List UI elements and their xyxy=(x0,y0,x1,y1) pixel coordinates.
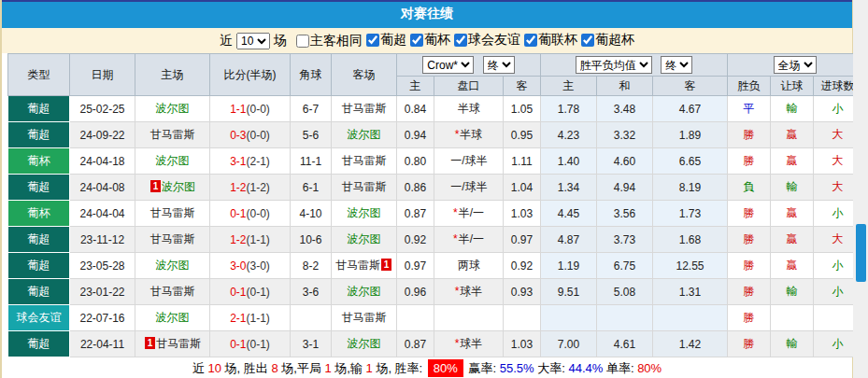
summary-text: 10 xyxy=(207,361,221,375)
half-time-score: (1-1) xyxy=(247,312,270,325)
half-time-score: (0-1) xyxy=(247,286,270,299)
avg-away-odds-cell: 6.65 xyxy=(653,148,728,175)
handicap-cell: *球半 xyxy=(434,279,504,305)
date-cell: 22-07-16 xyxy=(70,305,135,331)
league-filter[interactable]: 葡杯 xyxy=(410,32,450,49)
table-row: 葡超 25-02-25 波尔图 1-1(0-0) 6-7 甘马雷斯 0.84 半… xyxy=(8,96,862,122)
league-checkbox[interactable] xyxy=(524,34,537,47)
avg-time-select[interactable]: 终 xyxy=(661,56,692,74)
home-team: 波尔图 xyxy=(162,180,195,193)
summary-text: 大率: xyxy=(534,361,569,375)
date-cell: 24-09-22 xyxy=(70,122,135,148)
table-row: 葡杯 24-04-18 波尔图 3-1(2-1) 11-1 甘马雷斯 0.80 … xyxy=(8,148,862,175)
league-checkbox[interactable] xyxy=(454,34,467,47)
league-cell: 葡超 xyxy=(8,122,70,148)
away-team: 甘马雷斯 xyxy=(342,102,387,115)
score-cell: 3-1(2-1) xyxy=(210,148,291,175)
avg-draw-odds-cell: 4.61 xyxy=(597,331,653,357)
handicap-star: * xyxy=(455,285,460,298)
avg-draw-odds-cell: 6.75 xyxy=(597,253,653,279)
table-body: 葡超 25-02-25 波尔图 1-1(0-0) 6-7 甘马雷斯 0.84 半… xyxy=(8,96,862,357)
away-team: 波尔图 xyxy=(348,337,381,350)
full-time-score: 0-1 xyxy=(230,286,246,299)
summary-text: 场,平局 xyxy=(278,361,325,375)
win-rate-badge: 80% xyxy=(428,359,463,377)
ah-away-odds-cell: 0.93 xyxy=(504,279,541,305)
page-root: 对赛往绩 近 10 场 主客相同 葡超葡杯球会友谊葡联杯葡超杯 xyxy=(0,0,868,378)
league-filter[interactable]: 葡联杯 xyxy=(524,32,577,49)
home-team: 波尔图 xyxy=(156,102,190,115)
ah-away-odds-cell: 1.03 xyxy=(504,331,541,357)
sub-header-ah-home: 主 xyxy=(397,77,434,96)
corner-cell: 3-6 xyxy=(291,279,332,305)
away-team-cell: 波尔图 xyxy=(332,279,397,305)
handicap-line: 半/一 xyxy=(459,232,484,245)
league-filter[interactable]: 葡超杯 xyxy=(581,32,634,49)
sub-header-handicap-result: 让球 xyxy=(771,77,814,96)
home-team: 甘马雷斯 xyxy=(150,232,195,245)
league-checkbox[interactable] xyxy=(410,34,423,47)
recent-count-select[interactable]: 10 xyxy=(236,33,270,49)
home-team: 甘马雷斯 xyxy=(156,337,201,350)
home-team: 甘马雷斯 xyxy=(150,128,195,141)
home-team-cell: 波尔图 xyxy=(135,305,210,331)
col-header-score: 比分(半场) xyxy=(210,54,291,96)
full-time-score: 3-1 xyxy=(230,155,246,168)
bookmaker-select[interactable]: Crow* xyxy=(422,56,474,74)
full-time-score: 3-0 xyxy=(230,259,246,273)
handicap-time-select[interactable]: 终 xyxy=(483,56,515,74)
same-venue-filter[interactable]: 主客相同 xyxy=(296,33,363,49)
same-venue-checkbox[interactable] xyxy=(296,35,309,48)
home-team: 波尔图 xyxy=(156,259,190,272)
table-row: 葡杯 24-04-04 甘马雷斯 0-1(0-0) 4-10 波尔图 0.87 … xyxy=(8,201,862,227)
avg-odds-select[interactable]: 胜平负均值 xyxy=(576,56,652,74)
league-cell: 葡超 xyxy=(8,279,70,305)
summary-text: 赢率: xyxy=(465,361,500,375)
home-team-cell: 波尔图 xyxy=(135,148,210,175)
ah-home-odds-cell: 0.87 xyxy=(397,331,434,357)
scope-select[interactable]: 全场 xyxy=(774,56,817,74)
table-row: 葡超 22-04-11 1甘马雷斯 0-1(0-1) 3-1 波尔图 0.87 … xyxy=(8,331,862,357)
summary-text: 44.4% xyxy=(568,361,603,375)
home-team: 波尔图 xyxy=(156,311,190,324)
red-card-badge: 1 xyxy=(145,337,155,349)
league-filter[interactable]: 葡超 xyxy=(366,32,406,49)
scrollbar-thumb[interactable] xyxy=(856,224,866,282)
avg-home-odds-cell: 4.23 xyxy=(541,122,597,148)
summary-text: 单率: xyxy=(603,361,637,375)
home-team-cell: 1波尔图 xyxy=(135,175,210,201)
home-team-cell: 甘马雷斯 xyxy=(135,201,210,227)
summary-text: 1 xyxy=(324,361,331,375)
result-cell: 勝 xyxy=(728,305,771,331)
handicap-line: 两球 xyxy=(458,259,480,272)
avg-away-odds-cell: 1.89 xyxy=(653,122,728,148)
away-team: 甘马雷斯 xyxy=(342,180,387,193)
ah-away-odds-cell: 1.03 xyxy=(504,201,541,227)
handicap-star: * xyxy=(455,337,460,350)
league-label: 球会友谊 xyxy=(468,32,520,49)
league-checkbox[interactable] xyxy=(581,34,594,47)
avg-home-odds-cell: 1.34 xyxy=(541,175,597,201)
full-time-score: 1-2 xyxy=(230,233,246,246)
league-cell: 葡超 xyxy=(8,96,70,122)
result-cell: 勝 xyxy=(728,279,771,305)
away-team: 甘马雷斯 xyxy=(342,154,387,167)
matches-label: 场 xyxy=(274,33,287,49)
half-time-score: (3-0) xyxy=(247,259,270,273)
date-cell: 25-02-25 xyxy=(70,96,135,122)
ah-home-odds-cell: 0.80 xyxy=(397,148,434,175)
ah-home-odds-cell: 0.96 xyxy=(397,279,434,305)
handicap-line: 半球 xyxy=(460,128,482,141)
ah-away-odds-cell xyxy=(504,305,541,331)
col-header-away: 客场 xyxy=(332,54,397,96)
summary-text: 55.5% xyxy=(500,361,534,375)
league-label: 葡杯 xyxy=(424,32,450,49)
ah-away-odds-cell: 0.95 xyxy=(504,122,541,148)
table-row: 葡超 23-01-22 甘马雷斯 0-1(0-1) 3-6 波尔图 0.96 *… xyxy=(8,279,862,305)
league-filter[interactable]: 球会友谊 xyxy=(454,32,520,49)
page-title: 对赛往绩 xyxy=(401,6,453,21)
table-row: 葡超 24-09-22 甘马雷斯 0-3(0-0) 5-6 波尔图 0.94 *… xyxy=(8,122,862,148)
league-checkbox[interactable] xyxy=(366,34,379,47)
handicap-cell: 一/球半 xyxy=(434,175,504,201)
half-time-score: (0-0) xyxy=(247,207,270,220)
